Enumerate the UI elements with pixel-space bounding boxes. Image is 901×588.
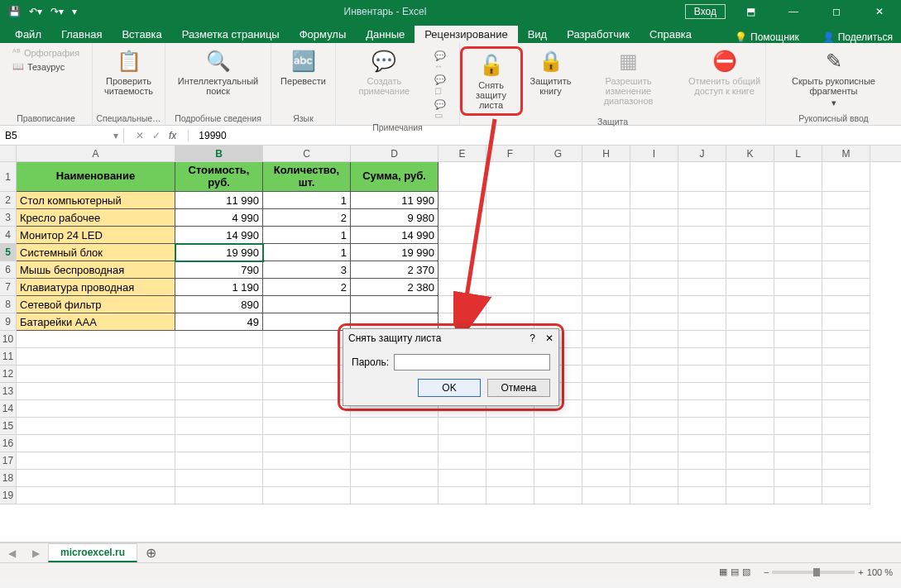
allow-edit-ranges-button[interactable]: ▦ Разрешить изменение диапазонов bbox=[579, 46, 678, 108]
dialog-close-icon[interactable]: ✕ bbox=[545, 332, 554, 344]
row-header[interactable]: 2 bbox=[0, 192, 16, 209]
cost-cell[interactable]: 890 bbox=[175, 296, 263, 313]
tab-справка[interactable]: Справка bbox=[640, 26, 702, 43]
login-button[interactable]: Вход bbox=[685, 4, 726, 19]
empty-cell[interactable] bbox=[822, 261, 870, 279]
empty-cell[interactable] bbox=[822, 452, 870, 470]
column-header[interactable]: K bbox=[726, 146, 774, 161]
empty-cell[interactable] bbox=[439, 470, 486, 487]
qty-cell[interactable]: 1 bbox=[263, 244, 351, 261]
comment-all-icon[interactable]: 💬▭ bbox=[433, 98, 454, 122]
empty-cell[interactable] bbox=[582, 209, 630, 227]
add-sheet-icon[interactable]: ⊕ bbox=[137, 545, 165, 561]
cost-cell[interactable]: 4 990 bbox=[175, 209, 263, 227]
empty-cell[interactable] bbox=[822, 487, 870, 504]
empty-cell[interactable] bbox=[822, 279, 870, 296]
empty-cell[interactable] bbox=[678, 244, 726, 261]
tab-разметка страницы[interactable]: Разметка страницы bbox=[172, 26, 290, 43]
select-all-button[interactable] bbox=[0, 146, 17, 162]
empty-cell[interactable] bbox=[822, 366, 870, 383]
empty-cell[interactable] bbox=[726, 162, 774, 192]
empty-cell[interactable] bbox=[486, 279, 534, 296]
empty-cell[interactable] bbox=[534, 162, 582, 192]
row-header[interactable]: 19 bbox=[0, 487, 16, 504]
tab-данные[interactable]: Данные bbox=[356, 26, 415, 43]
spelling-button[interactable]: ᴬᴮОрфография bbox=[11, 46, 81, 59]
empty-cell[interactable] bbox=[726, 192, 774, 209]
qty-cell[interactable]: 2 bbox=[263, 279, 351, 296]
empty-cell[interactable] bbox=[726, 331, 774, 348]
row-header[interactable]: 4 bbox=[0, 227, 16, 244]
empty-cell[interactable] bbox=[630, 279, 678, 296]
empty-cell[interactable] bbox=[351, 418, 439, 435]
empty-cell[interactable] bbox=[726, 366, 774, 383]
empty-cell[interactable] bbox=[726, 487, 774, 504]
empty-cell[interactable] bbox=[486, 209, 534, 227]
maximize-icon[interactable]: ◻ bbox=[818, 0, 855, 23]
empty-cell[interactable] bbox=[822, 418, 870, 435]
row-header[interactable]: 12 bbox=[0, 366, 16, 383]
empty-cell[interactable] bbox=[678, 435, 726, 452]
empty-cell[interactable] bbox=[175, 470, 263, 487]
row-header[interactable]: 5 bbox=[0, 244, 16, 261]
view-pagebreak-icon[interactable]: ▧ bbox=[742, 566, 750, 577]
empty-cell[interactable] bbox=[822, 244, 870, 261]
name-cell[interactable]: Клавиатура проводная bbox=[17, 279, 175, 296]
sum-cell[interactable]: 11 990 bbox=[351, 192, 439, 209]
row-header[interactable]: 10 bbox=[0, 331, 16, 348]
empty-cell[interactable] bbox=[726, 470, 774, 487]
empty-cell[interactable] bbox=[726, 383, 774, 400]
formula-input[interactable]: 19990 bbox=[189, 130, 226, 141]
empty-cell[interactable] bbox=[726, 418, 774, 435]
empty-cell[interactable] bbox=[534, 227, 582, 244]
cost-cell[interactable]: 14 990 bbox=[175, 227, 263, 244]
column-header[interactable]: D bbox=[351, 146, 439, 161]
row-header[interactable]: 17 bbox=[0, 452, 16, 470]
column-header[interactable]: F bbox=[486, 146, 534, 161]
smart-lookup-button[interactable]: 🔍 Интеллектуальный поиск bbox=[170, 46, 266, 98]
empty-cell[interactable] bbox=[726, 227, 774, 244]
empty-cell[interactable] bbox=[486, 192, 534, 209]
empty-cell[interactable] bbox=[582, 435, 630, 452]
empty-cell[interactable] bbox=[582, 348, 630, 366]
empty-cell[interactable] bbox=[630, 313, 678, 331]
empty-cell[interactable] bbox=[678, 192, 726, 209]
empty-cell[interactable] bbox=[534, 209, 582, 227]
column-header[interactable]: C bbox=[263, 146, 351, 161]
empty-cell[interactable] bbox=[822, 435, 870, 452]
qty-cell[interactable]: 1 bbox=[263, 192, 351, 209]
empty-cell[interactable] bbox=[582, 418, 630, 435]
empty-cell[interactable] bbox=[774, 209, 822, 227]
empty-cell[interactable] bbox=[822, 383, 870, 400]
empty-cell[interactable] bbox=[486, 470, 534, 487]
empty-cell[interactable] bbox=[678, 470, 726, 487]
row-header[interactable]: 3 bbox=[0, 209, 16, 227]
translate-button[interactable]: 🔤 Перевести bbox=[277, 46, 329, 88]
zoom-out-icon[interactable]: − bbox=[764, 567, 769, 577]
tab-главная[interactable]: Главная bbox=[51, 26, 112, 43]
hide-ink-button[interactable]: ✎ Скрыть рукописные фрагменты▾ bbox=[771, 46, 896, 109]
empty-cell[interactable] bbox=[486, 261, 534, 279]
cost-cell[interactable]: 1 190 bbox=[175, 279, 263, 296]
column-header[interactable]: A bbox=[17, 146, 175, 161]
thesaurus-button[interactable]: 📖Тезаурус bbox=[11, 60, 66, 73]
sum-cell[interactable]: 14 990 bbox=[351, 227, 439, 244]
empty-cell[interactable] bbox=[17, 366, 175, 383]
qat-customize-icon[interactable]: ▾ bbox=[72, 6, 77, 17]
empty-cell[interactable] bbox=[534, 192, 582, 209]
share-button[interactable]: Поделиться bbox=[838, 31, 893, 43]
sum-cell[interactable]: 19 990 bbox=[351, 244, 439, 261]
empty-cell[interactable] bbox=[822, 209, 870, 227]
row-header[interactable]: 7 bbox=[0, 279, 16, 296]
empty-cell[interactable] bbox=[582, 366, 630, 383]
empty-cell[interactable] bbox=[486, 452, 534, 470]
undo-icon[interactable]: ↶▾ bbox=[29, 6, 42, 17]
empty-cell[interactable] bbox=[582, 383, 630, 400]
name-cell[interactable]: Кресло рабочее bbox=[17, 209, 175, 227]
empty-cell[interactable] bbox=[822, 348, 870, 366]
row-header[interactable]: 18 bbox=[0, 470, 16, 487]
empty-cell[interactable] bbox=[822, 227, 870, 244]
empty-cell[interactable] bbox=[774, 227, 822, 244]
empty-cell[interactable] bbox=[582, 279, 630, 296]
row-header[interactable]: 11 bbox=[0, 348, 16, 366]
